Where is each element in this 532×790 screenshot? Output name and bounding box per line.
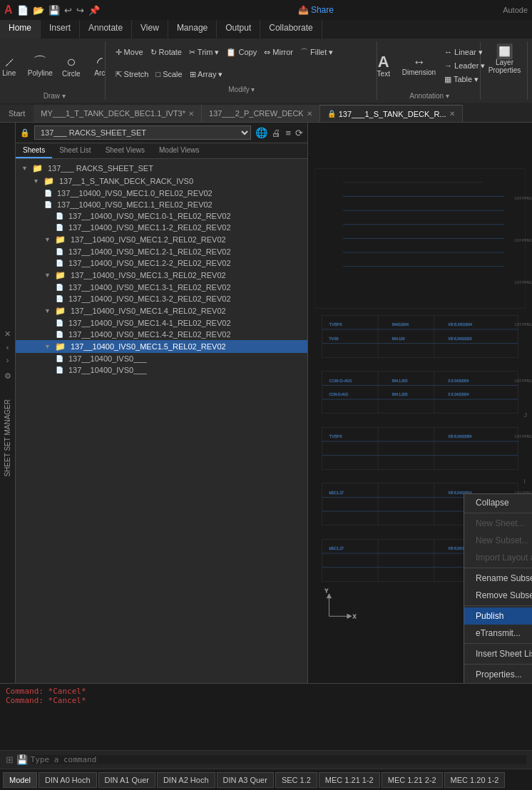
btn-circle[interactable]: ○ Circle xyxy=(58,53,84,79)
drawing-area[interactable]: TV5P3 864/10004 VIII B.34/10004 TV-56 86… xyxy=(308,123,532,683)
sheet-set-print-icon[interactable]: 🖨 xyxy=(272,128,281,138)
nav-sheets[interactable]: Sheets xyxy=(16,143,52,158)
ssm-nav-btn2[interactable]: › xyxy=(6,356,9,364)
tab-manage[interactable]: Manage xyxy=(168,20,217,39)
tab-insert[interactable]: Insert xyxy=(41,20,80,39)
status-tab-model[interactable]: Model xyxy=(3,772,37,788)
undo-btn[interactable]: ↩ xyxy=(64,5,72,16)
tree-item-3[interactable]: 📄137__10400_IVS0_MEC1.0_REL02_REV02 xyxy=(16,188,307,199)
tab-doc2[interactable]: 137___2_P_CREW_DECK ✕ xyxy=(202,105,320,122)
status-tab-din-a1-quer[interactable]: DIN A1 Quer xyxy=(98,772,155,788)
status-tab-mec-1-20-1-2[interactable]: MEC 1.20 1-2 xyxy=(444,772,506,788)
status-tab-mec-1-21-1-2[interactable]: MEC 1.21 1-2 xyxy=(319,772,380,788)
btn-leader[interactable]: → Leader ▾ xyxy=(441,60,488,72)
ribbon-group-layers: 🔲 LayerProperties xyxy=(482,41,528,100)
tree-item-10[interactable]: ▼📁137__10400_IVS0_MEC1.3_REL02_REV02 xyxy=(16,269,307,282)
menu-item-publish[interactable]: Publish▶ xyxy=(464,607,532,625)
command-input[interactable] xyxy=(31,755,526,764)
menu-item-etransmit---[interactable]: eTransmit... xyxy=(464,625,532,642)
status-tab-din-a2-hoch[interactable]: DIN A2 Hoch xyxy=(157,772,215,788)
btn-layer-properties[interactable]: 🔲 LayerProperties xyxy=(483,41,527,77)
tree-item-14[interactable]: 📄137__10400_IVS0_MEC1.4-1_REL02_REV02 xyxy=(16,317,307,329)
svg-text:CON-D-AV2: CON-D-AV2 xyxy=(329,393,348,396)
tree-item-4[interactable]: 📄137__10400_IVS0_MEC1.1_REL02_REV02 xyxy=(16,199,307,210)
tab-annotate[interactable]: Annotate xyxy=(80,20,132,39)
new-btn[interactable]: 📄 xyxy=(17,5,29,16)
quick-access-toolbar: A 📄 📂 💾 ↩ ↪ 📌 📤 Share Autode xyxy=(0,0,532,20)
sheet-set-dropdown[interactable]: 137___ RACKS_SHEET_SET xyxy=(34,125,251,140)
menu-item-rename-subset---[interactable]: Rename Subset... xyxy=(464,570,532,587)
tree-item-11[interactable]: 📄137__10400_IVS0_MEC1.3-1_REL02_REV02 xyxy=(16,282,307,293)
status-tab-din-a3-quer[interactable]: DIN A3 Quer xyxy=(217,772,274,788)
share-btn[interactable]: 📤 Share xyxy=(298,5,334,15)
ssm-close-btn[interactable]: ✕ xyxy=(4,329,11,339)
save-btn[interactable]: 💾 xyxy=(48,5,60,16)
btn-copy[interactable]: 📋 Copy xyxy=(223,46,260,58)
open-btn[interactable]: 📂 xyxy=(33,5,44,16)
btn-stretch[interactable]: ⇱ Stretch xyxy=(113,68,152,81)
tree-item-9[interactable]: 📄137__10400_IVS0_MEC1.2-2_REL02_REV02 xyxy=(16,257,307,269)
command-input-bar[interactable]: ⊞ 💾 xyxy=(0,750,532,769)
nav-sheet-views[interactable]: Sheet Views xyxy=(98,143,152,158)
btn-linear[interactable]: ↔ Linear ▾ xyxy=(441,46,488,58)
tree-item-7[interactable]: ▼📁137__10400_IVS0_MEC1.2_REL02_REV02 xyxy=(16,233,307,246)
btn-fillet[interactable]: ⌒ Fillet ▾ xyxy=(297,46,336,59)
btn-polyline[interactable]: ⌒ Polyline xyxy=(25,53,56,78)
pin-btn[interactable]: 📌 xyxy=(88,5,100,16)
menu-item-properties---[interactable]: Properties... xyxy=(464,666,532,683)
nav-sheet-list[interactable]: Sheet List xyxy=(52,143,98,158)
menu-item-label: Collapse xyxy=(476,498,509,508)
svg-text:X 8.34/10004: X 8.34/10004 xyxy=(448,379,469,383)
btn-text[interactable]: A Text xyxy=(371,53,397,79)
tab-start[interactable]: Start xyxy=(0,105,34,122)
tab-view[interactable]: View xyxy=(132,20,168,39)
sheet-set-menu-icon[interactable]: ≡ xyxy=(285,128,291,138)
redo-btn[interactable]: ↪ xyxy=(76,5,84,16)
folder-icon: 📁 xyxy=(55,306,66,316)
tree-item-17[interactable]: 📄137__10400_IVS0___ xyxy=(16,353,307,364)
status-tab-mec-1-21-2-2[interactable]: MEC 1.21 2-2 xyxy=(382,772,443,788)
tab-doc1-close[interactable]: ✕ xyxy=(188,110,194,118)
tab-home[interactable]: Home xyxy=(0,20,41,39)
tab-doc2-close[interactable]: ✕ xyxy=(307,110,312,118)
tree-item-15[interactable]: 📄137__10400_IVS0_MEC1.4-2_REL02_REV02 xyxy=(16,329,307,340)
menu-item-label: Properties... xyxy=(476,670,522,679)
btn-rotate[interactable]: ↻ Rotate xyxy=(148,46,185,58)
tree-item-1[interactable]: ▼📁137___ RACKS_SHEET_SET xyxy=(16,162,307,175)
tree-item-12[interactable]: 📄137__10400_IVS0_MEC1.3-2_REL02_REV02 xyxy=(16,293,307,304)
nav-model-views[interactable]: Model Views xyxy=(152,143,207,158)
status-tab-sec-1-2[interactable]: SEC 1.2 xyxy=(275,772,317,788)
btn-line[interactable]: ⟋ Line xyxy=(0,53,22,78)
tree-item-16[interactable]: ▼📁137__10400_IVS0_MEC1.5_REL02_REV02 xyxy=(16,340,307,353)
btn-trim[interactable]: ✂ Trim ▾ xyxy=(186,46,222,58)
status-tab-din-a0-hoch[interactable]: DIN A0 Hoch xyxy=(39,772,97,788)
sheet-set-refresh-icon[interactable]: ⟳ xyxy=(295,128,303,138)
tree-item-2[interactable]: ▼📁137__1_S_TANK_DECK_RACK_IVS0 xyxy=(16,175,307,188)
tab-doc1[interactable]: MY___1_T_TANK_DECK_BEC1.1_IVT3* ✕ xyxy=(34,105,202,122)
tree-item-5[interactable]: 📄137__10400_IVS0_MEC1.0-1_REL02_REV02 xyxy=(16,210,307,222)
tree-item-18[interactable]: 📄137__10400_IVS0___ xyxy=(16,364,307,376)
bottom-panel: Command: *Cancel*Command: *Cancel* ⊞ 💾 xyxy=(0,683,532,769)
tree-item-6[interactable]: 📄137__10400_IVS0_MEC1.1-2_REL02_REV02 xyxy=(16,222,307,233)
btn-dimension[interactable]: ↔ Dimension xyxy=(399,54,439,78)
svg-text:CAT-PPM121-2: CAT-PPM121-2 xyxy=(514,379,532,383)
ssm-vertical-tab[interactable]: ✕ ‹ › ⚙ SHEET SET MANAGER xyxy=(0,123,16,683)
btn-move[interactable]: ✛ Move xyxy=(113,46,146,58)
sheet-set-globe-icon[interactable]: 🌐 xyxy=(255,127,267,138)
btn-scale[interactable]: □ Scale xyxy=(153,68,185,80)
tab-output[interactable]: Output xyxy=(217,20,260,39)
tree-item-8[interactable]: 📄137__10400_IVS0_MEC1.2-1_REL02_REV02 xyxy=(16,246,307,257)
btn-array[interactable]: ⊞ Array ▾ xyxy=(187,68,226,81)
menu-item-remove-subset[interactable]: Remove Subset xyxy=(464,587,532,604)
ssm-nav-btn[interactable]: ‹ xyxy=(6,343,9,352)
ssm-settings-icon[interactable]: ⚙ xyxy=(4,371,11,381)
btn-mirror[interactable]: ⇔ Mirror xyxy=(261,46,296,58)
btn-table[interactable]: ▦ Table ▾ xyxy=(441,73,488,86)
menu-item-insert-sheet-list-table---[interactable]: Insert Sheet List Table... xyxy=(464,645,532,662)
line-icon: ⟋ xyxy=(2,55,16,69)
tab-doc3-close[interactable]: ✕ xyxy=(449,110,455,118)
tree-item-13[interactable]: ▼📁137__10400_IVS0_MEC1.4_REL02_REV02 xyxy=(16,304,307,317)
menu-item-collapse[interactable]: Collapse xyxy=(464,494,532,511)
tab-doc3[interactable]: 🔒 137___1_S_TANK_DECK_R... ✕ xyxy=(320,105,463,122)
tab-collaborate[interactable]: Collaborate xyxy=(260,20,322,39)
